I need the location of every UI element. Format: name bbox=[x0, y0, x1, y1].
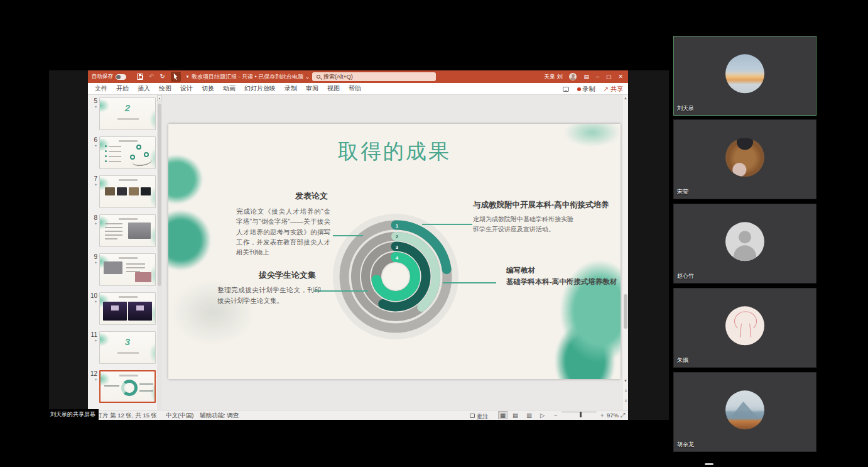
tab-review[interactable]: 审阅 bbox=[301, 83, 323, 95]
minimize-button[interactable]: – bbox=[596, 74, 599, 80]
participant-tile-3[interactable]: 赵心竹 bbox=[673, 204, 816, 283]
ribbon-display-options-icon[interactable]: ▤ bbox=[583, 74, 589, 80]
thumbnail-canvas[interactable] bbox=[99, 292, 156, 325]
thumbnail-scrollbar[interactable]: ▲ bbox=[157, 95, 162, 410]
editor-scrollbar[interactable]: ▲ ▼ « » bbox=[622, 95, 628, 410]
zoom-slider-track[interactable] bbox=[561, 412, 597, 412]
participant-avatar bbox=[725, 222, 764, 261]
redo-icon[interactable]: ↻ bbox=[160, 70, 165, 83]
tab-view[interactable]: 视图 bbox=[323, 83, 344, 95]
normal-view-icon[interactable]: ▦ bbox=[499, 412, 507, 419]
zoom-in-icon[interactable]: + bbox=[600, 412, 604, 419]
tab-draw[interactable]: 绘图 bbox=[155, 83, 176, 95]
scroll-up-icon[interactable]: ▲ bbox=[622, 96, 628, 100]
thumbnail-slide-6[interactable]: 6✦ bbox=[89, 136, 156, 169]
participant-name: 刘天泉 bbox=[677, 104, 694, 113]
thumbnail-slide-10[interactable]: 10✦ bbox=[89, 292, 156, 325]
slide-number: 12 bbox=[89, 370, 97, 377]
zoom-out-icon[interactable]: − bbox=[554, 412, 558, 419]
notes-button[interactable]: 批注 bbox=[470, 412, 477, 419]
taskbar-hint-line bbox=[705, 463, 713, 465]
thumbnail-slide-12-selected[interactable]: 12✦ bbox=[89, 370, 156, 403]
language-indicator[interactable]: 中文(中国) bbox=[166, 412, 193, 420]
autosave-toggle[interactable]: 自动保存 bbox=[92, 70, 126, 83]
comments-icon[interactable] bbox=[563, 87, 569, 92]
maximize-button[interactable]: ▢ bbox=[606, 74, 612, 80]
thumbnail-canvas[interactable] bbox=[99, 253, 156, 286]
participant-tile-1[interactable]: 刘天泉 bbox=[673, 36, 816, 116]
zoom-slider-thumb[interactable] bbox=[580, 412, 582, 417]
thumbnail-canvas[interactable] bbox=[99, 214, 156, 247]
autosave-switch-icon[interactable] bbox=[116, 74, 126, 80]
scrollbar-thumb[interactable] bbox=[624, 294, 627, 329]
thumbnail-slide-8[interactable]: 8✦ bbox=[89, 214, 156, 247]
ribbon-tabs: 文件 开始 插入 绘图 设计 切换 动画 幻灯片放映 录制 审阅 视图 帮助 bbox=[90, 83, 366, 95]
next-slide-icon[interactable]: » bbox=[623, 398, 629, 404]
titlebar-right-controls: 天泉 刘 ▤ – ▢ ✕ bbox=[544, 70, 623, 83]
accessibility-status[interactable]: 辅助功能: 调查 bbox=[200, 412, 239, 420]
animation-star-icon: ✦ bbox=[89, 143, 97, 148]
autosave-label: 自动保存 bbox=[92, 73, 113, 80]
tab-transitions[interactable]: 切换 bbox=[197, 83, 219, 95]
fit-slide-icon[interactable]: ⤢ bbox=[621, 412, 626, 419]
save-icon[interactable] bbox=[137, 74, 143, 80]
tab-animations[interactable]: 动画 bbox=[219, 83, 240, 95]
animation-star-icon: ✦ bbox=[89, 104, 97, 109]
record-button[interactable]: 录制 bbox=[577, 85, 595, 94]
block-heading: 发表论文 bbox=[236, 190, 330, 202]
thumbnail-slide-5[interactable]: 5✦ 2 bbox=[89, 97, 156, 130]
participant-avatar bbox=[725, 306, 764, 345]
zoom-level[interactable]: 97% bbox=[607, 412, 619, 419]
screen-share-banner: 刘天泉的共享屏幕 bbox=[47, 409, 99, 420]
participant-name: 宋莹 bbox=[677, 188, 688, 196]
thumbnail-canvas[interactable] bbox=[99, 370, 156, 403]
reading-view-icon[interactable]: ▥ bbox=[526, 412, 532, 419]
meeting-app-window: 自动保存 ↶ ↻ ▾ 教改项目结题汇报 - 只读 • 已保存到此台电脑 ⌄ 搜索… bbox=[0, 0, 868, 467]
animation-star-icon: ✦ bbox=[89, 377, 97, 382]
block-published-papers: 发表论文 完成论文《拔尖人才培养的“金字塔”与“倒金字塔”——关于拔尖人才培养的… bbox=[236, 190, 330, 257]
notes-label: 批注 bbox=[477, 413, 489, 421]
qat-dropdown-icon[interactable]: ▾ bbox=[187, 74, 189, 79]
account-name[interactable]: 天泉 刘 bbox=[544, 73, 563, 81]
scrollbar-thumb[interactable] bbox=[158, 104, 161, 286]
share-button[interactable]: ↗共享 bbox=[604, 85, 623, 94]
scroll-down-icon[interactable]: ▼ bbox=[622, 379, 628, 383]
ribbon-right-controls: 录制 ↗共享 bbox=[563, 83, 623, 95]
scroll-up-icon[interactable]: ▲ bbox=[157, 95, 162, 101]
tab-slideshow[interactable]: 幻灯片放映 bbox=[240, 83, 280, 95]
presenter-cursor-icon[interactable] bbox=[171, 72, 181, 82]
block-joint-training: 与成教院附中开展本科-高中衔接式培养 定期为成教院附中基础学科衔接实验班学生开设… bbox=[473, 200, 621, 234]
thumbnail-slide-9[interactable]: 9✦ bbox=[89, 253, 156, 286]
animation-star-icon: ✦ bbox=[89, 338, 97, 343]
block-student-anthology: 拔尖学生论文集 整理完成拔尖计划学生论文，刊印拔尖计划学生论文集。 bbox=[217, 270, 321, 306]
close-button[interactable]: ✕ bbox=[618, 74, 623, 80]
thumbnail-canvas[interactable]: 3 bbox=[99, 331, 156, 364]
account-avatar[interactable] bbox=[569, 73, 577, 80]
thumbnail-slide-11[interactable]: 11✦ 3 bbox=[89, 331, 156, 364]
slideshow-view-icon[interactable]: ▷ bbox=[540, 412, 545, 419]
tab-file[interactable]: 文件 bbox=[90, 83, 112, 95]
slide-number: 6 bbox=[89, 136, 97, 143]
document-title[interactable]: 教改项目结题汇报 - 只读 • 已保存到此台电脑 ⌄ bbox=[192, 70, 310, 83]
slide-sorter-view-icon[interactable]: ▤ bbox=[513, 412, 518, 419]
tab-record[interactable]: 录制 bbox=[280, 83, 301, 95]
slide-number: 9 bbox=[89, 253, 97, 260]
undo-icon[interactable]: ↶ bbox=[149, 70, 154, 83]
tab-help[interactable]: 帮助 bbox=[344, 83, 366, 95]
participant-tile-2[interactable]: 宋莹 bbox=[673, 119, 816, 199]
previous-slide-icon[interactable]: « bbox=[623, 388, 629, 394]
participant-tile-5[interactable]: 胡余龙 bbox=[673, 372, 816, 452]
thumbnail-canvas[interactable] bbox=[99, 136, 156, 169]
search-placeholder: 搜索(Alt+Q) bbox=[323, 73, 353, 81]
tab-insert[interactable]: 插入 bbox=[133, 83, 155, 95]
participant-avatar bbox=[725, 138, 764, 177]
tab-design[interactable]: 设计 bbox=[176, 83, 197, 95]
thumbnail-slide-7[interactable]: 7✦ bbox=[89, 175, 156, 208]
thumbnail-canvas[interactable] bbox=[99, 175, 156, 208]
slide-canvas[interactable]: 取得的成果 1 2 3 4 bbox=[168, 124, 621, 379]
thumbnail-canvas[interactable]: 2 bbox=[99, 97, 156, 130]
tab-home[interactable]: 开始 bbox=[112, 83, 133, 95]
section-number-glyph: 2 bbox=[100, 102, 155, 113]
participant-tile-4[interactable]: 朱娥 bbox=[673, 288, 816, 368]
search-input[interactable]: 搜索(Alt+Q) bbox=[312, 72, 436, 81]
